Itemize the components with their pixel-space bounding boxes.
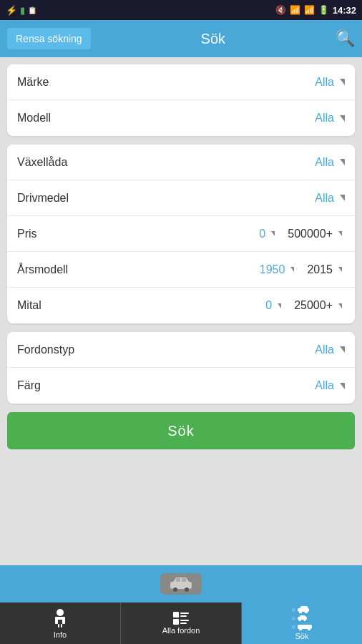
tab-highlight-bar — [0, 565, 362, 602]
person-icon — [52, 608, 68, 629]
time-display: 14:32 — [333, 5, 356, 16]
svg-rect-26 — [298, 625, 312, 629]
pris-to: 500000+ — [288, 228, 333, 240]
mital-arrow-from-icon — [278, 303, 281, 308]
pris-arrow-from-icon — [271, 231, 275, 236]
svg-rect-13 — [180, 613, 189, 614]
svg-point-2 — [173, 587, 177, 592]
arsmodell-from: 1950 — [260, 263, 285, 276]
modell-label: Modell — [17, 112, 315, 125]
vaxellada-arrow-icon — [340, 159, 345, 165]
marke-label: Märke — [17, 76, 315, 89]
search-icon: 🔍 — [336, 29, 355, 47]
clear-search-button[interactable]: Rensa sökning — [7, 28, 91, 49]
wifi-icon: 📶 — [290, 5, 300, 15]
svg-rect-5 — [182, 578, 186, 582]
farg-row[interactable]: Färg Alla — [7, 368, 355, 404]
farg-arrow-icon — [340, 383, 345, 389]
arsmodell-row[interactable]: Årsmodell 1950 2015 — [7, 252, 355, 288]
usb-icon: ⚡ — [6, 5, 17, 16]
arsmodell-to: 2015 — [307, 263, 333, 276]
vaxellada-label: Växellåda — [17, 156, 315, 169]
mital-range: 0 25000+ — [265, 299, 345, 312]
marke-row[interactable]: Märke Alla — [7, 64, 355, 100]
drivmedel-row[interactable]: Drivmedel Alla — [7, 180, 355, 216]
fordonstyp-value: Alla — [315, 343, 334, 356]
modell-row[interactable]: Modell Alla — [7, 100, 355, 136]
mital-arrow-to-icon — [338, 303, 342, 308]
card-type-color: Fordonstyp Alla Färg Alla — [7, 332, 355, 404]
farg-value: Alla — [315, 379, 334, 392]
mital-from: 0 — [265, 299, 272, 312]
search-cars-icon: ○ ○ ○ — [292, 606, 312, 630]
status-bar-left: ⚡ ▮ 📋 — [6, 5, 36, 16]
card-brand-model: Märke Alla Modell Alla — [7, 64, 355, 136]
pris-range: 0 500000+ — [259, 228, 345, 240]
svg-rect-12 — [173, 612, 179, 618]
svg-rect-17 — [180, 623, 187, 624]
fordonstyp-row[interactable]: Fordonstyp Alla — [7, 332, 355, 368]
modell-value: Alla — [315, 112, 334, 125]
svg-rect-10 — [58, 624, 59, 628]
pris-label: Pris — [17, 228, 259, 240]
svg-rect-16 — [180, 620, 189, 621]
nav-info-label: Info — [54, 630, 67, 639]
battery-icon: ▮ — [20, 5, 25, 16]
svg-rect-15 — [173, 619, 179, 625]
sim-icon: 📋 — [28, 6, 36, 14]
mital-row[interactable]: Mital 0 25000+ — [7, 288, 355, 323]
drivmedel-label: Drivmedel — [17, 192, 315, 205]
svg-marker-23 — [299, 615, 306, 617]
svg-rect-0 — [170, 582, 192, 589]
top-bar: Rensa sökning Sök 🔍 — [0, 20, 362, 57]
active-tab-car-icon — [160, 573, 202, 595]
main-content: Märke Alla Modell Alla Växellåda Alla Dr… — [0, 57, 362, 565]
drivmedel-arrow-icon — [340, 195, 345, 201]
search-icon-button[interactable]: 🔍 — [336, 29, 355, 48]
vaxellada-row[interactable]: Växellåda Alla — [7, 145, 355, 180]
mital-label: Mital — [17, 299, 265, 312]
car-icon — [169, 576, 193, 592]
mital-to: 25000+ — [294, 299, 333, 312]
svg-rect-14 — [180, 615, 187, 617]
nav-item-sok[interactable]: ○ ○ ○ Sök — [242, 602, 362, 644]
page-title: Sök — [91, 31, 336, 47]
pris-row[interactable]: Pris 0 500000+ — [7, 216, 355, 252]
nav-item-info[interactable]: Info — [0, 602, 121, 644]
marke-arrow-icon — [340, 79, 345, 85]
svg-marker-1 — [173, 577, 189, 582]
nav-sok-label: Sök — [295, 632, 309, 640]
status-bar-right: 🔇 📶 📶 🔋 14:32 — [275, 5, 356, 16]
pris-arrow-to-icon — [338, 231, 342, 236]
signal-icon: 📶 — [304, 5, 315, 15]
pris-from: 0 — [259, 228, 265, 240]
arsmodell-range: 1950 2015 — [260, 263, 345, 276]
arsmodell-label: Årsmodell — [17, 263, 260, 276]
vaxellada-value: Alla — [315, 156, 334, 169]
modell-arrow-icon — [340, 115, 345, 122]
arsmodell-arrow-from-icon — [290, 267, 294, 272]
svg-marker-19 — [300, 606, 308, 608]
svg-rect-18 — [298, 608, 309, 612]
card-details: Växellåda Alla Drivmedel Alla Pris 0 500… — [7, 145, 355, 323]
drivmedel-value: Alla — [315, 192, 334, 205]
marke-value: Alla — [315, 76, 334, 89]
nav-item-alla-fordon[interactable]: Alla fordon — [121, 602, 242, 644]
list-icon — [173, 612, 189, 625]
nav-alla-fordon-label: Alla fordon — [162, 626, 200, 635]
bottom-navigation: Info Alla fordon ○ ○ — [0, 602, 362, 644]
svg-point-3 — [185, 587, 189, 592]
arsmodell-arrow-to-icon — [338, 267, 342, 272]
svg-rect-9 — [57, 617, 63, 620]
svg-rect-4 — [176, 578, 180, 582]
svg-point-6 — [57, 609, 64, 616]
svg-rect-11 — [61, 624, 62, 628]
battery-full-icon: 🔋 — [318, 5, 329, 15]
fordonstyp-label: Fordonstyp — [17, 343, 315, 356]
fordonstyp-arrow-icon — [340, 346, 345, 353]
search-button[interactable]: Sök — [7, 412, 355, 449]
svg-rect-22 — [298, 617, 307, 620]
farg-label: Färg — [17, 379, 315, 392]
mute-icon: 🔇 — [275, 5, 286, 15]
status-bar: ⚡ ▮ 📋 🔇 📶 📶 🔋 14:32 — [0, 0, 362, 20]
